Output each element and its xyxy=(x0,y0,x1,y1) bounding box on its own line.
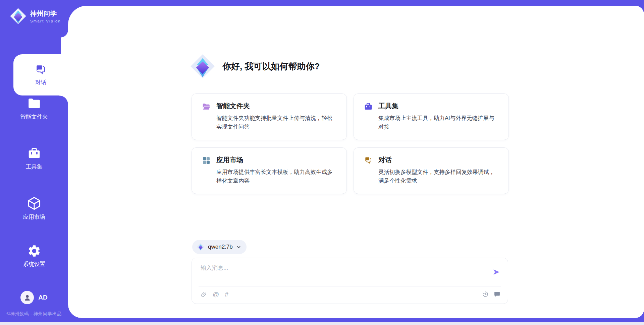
card-description: 灵活切换多模型文件，支持多样回复效果调试，满足个性化需求 xyxy=(378,168,496,185)
composer-tools-right xyxy=(482,291,500,298)
chevron-down-icon xyxy=(236,245,241,250)
user-profile[interactable]: AD xyxy=(0,291,68,304)
comment-icon[interactable] xyxy=(494,291,500,298)
app-grid-icon xyxy=(202,156,211,165)
user-name: AD xyxy=(38,294,47,301)
composer-divider xyxy=(199,286,501,286)
composer-tools-left: @ # xyxy=(201,291,228,298)
card-description: 智能文件夹功能支持批量文件上传与清洗，轻松实现文件问答 xyxy=(216,114,334,131)
card-title: 对话 xyxy=(378,155,496,165)
greeting-title: 你好, 我可以如何帮助你? xyxy=(222,61,320,72)
main-content: 你好, 我可以如何帮助你? 智能文件夹 智能文件夹功能支持批量文件上传与清洗，轻… xyxy=(68,6,644,318)
message-input[interactable] xyxy=(201,265,469,271)
feature-cards: 智能文件夹 智能文件夹功能支持批量文件上传与清洗，轻松实现文件问答 工具集 集成… xyxy=(192,93,509,194)
attachment-icon[interactable] xyxy=(201,291,207,298)
message-composer: @ # xyxy=(192,258,508,304)
brand-text: 神州问学 Smart Vision xyxy=(30,9,61,23)
card-smart-folder[interactable]: 智能文件夹 智能文件夹功能支持批量文件上传与清洗，轻松实现文件问答 xyxy=(192,93,347,140)
card-description: 应用市场提供丰富长文本模板，助力高效生成多样化文章内容 xyxy=(216,168,334,185)
sidebar-item-label: 系统设置 xyxy=(23,261,45,268)
brand-subtitle: Smart Vision xyxy=(30,19,61,23)
bottom-edge xyxy=(0,322,644,325)
sidebar-footer: ©神州数码 · 神州问学出品 xyxy=(0,311,68,317)
history-icon[interactable] xyxy=(482,291,489,298)
chat-icon xyxy=(364,156,373,165)
person-icon xyxy=(23,294,31,302)
active-tab-curve-top xyxy=(61,30,68,54)
model-selector[interactable]: qwen2:7b xyxy=(192,240,247,254)
sidebar-item-smart-folder[interactable]: 智能文件夹 xyxy=(0,96,68,121)
cube-icon xyxy=(27,196,42,211)
briefcase-icon xyxy=(27,146,41,160)
assistant-logo-icon xyxy=(190,53,216,79)
brand-name: 神州问学 xyxy=(30,9,61,18)
card-title: 工具集 xyxy=(378,102,496,111)
card-toolset[interactable]: 工具集 集成市场上主流工具，助力AI与外界无缝扩展与对接 xyxy=(354,93,509,140)
sidebar-item-settings[interactable]: 系统设置 xyxy=(0,244,68,268)
brand-logo-icon xyxy=(9,7,27,25)
folder-icon xyxy=(27,96,41,111)
gear-icon xyxy=(27,244,41,258)
briefcase-icon xyxy=(364,102,373,111)
card-title: 智能文件夹 xyxy=(216,102,334,111)
sidebar-item-label: 应用市场 xyxy=(23,213,45,221)
sidebar-item-app-market[interactable]: 应用市场 xyxy=(0,196,68,221)
card-app-market[interactable]: 应用市场 应用市场提供丰富长文本模板，助力高效生成多样化文章内容 xyxy=(192,147,347,194)
hashtag-icon[interactable]: # xyxy=(225,291,228,298)
card-description: 集成市场上主流工具，助力AI与外界无缝扩展与对接 xyxy=(378,114,496,131)
card-chat[interactable]: 对话 灵活切换多模型文件，支持多样回复效果调试，满足个性化需求 xyxy=(354,147,509,194)
greeting: 你好, 我可以如何帮助你? xyxy=(190,53,320,79)
sidebar: 神州问学 Smart Vision 对话 智能文件夹 工具集 xyxy=(0,0,68,325)
sidebar-item-chat[interactable]: 对话 xyxy=(13,54,68,95)
model-name: qwen2:7b xyxy=(208,244,233,250)
mention-icon[interactable]: @ xyxy=(213,291,219,298)
brand: 神州问学 Smart Vision xyxy=(9,7,61,25)
model-logo-icon xyxy=(197,243,205,251)
card-title: 应用市场 xyxy=(216,155,334,165)
sidebar-item-toolset[interactable]: 工具集 xyxy=(0,146,68,171)
folder-open-icon xyxy=(202,102,211,111)
sidebar-item-label: 对话 xyxy=(35,79,46,86)
sidebar-item-label: 工具集 xyxy=(26,163,43,171)
send-icon[interactable] xyxy=(492,268,500,276)
avatar xyxy=(20,291,34,304)
chat-icon xyxy=(35,64,47,76)
sidebar-item-label: 智能文件夹 xyxy=(20,113,48,121)
